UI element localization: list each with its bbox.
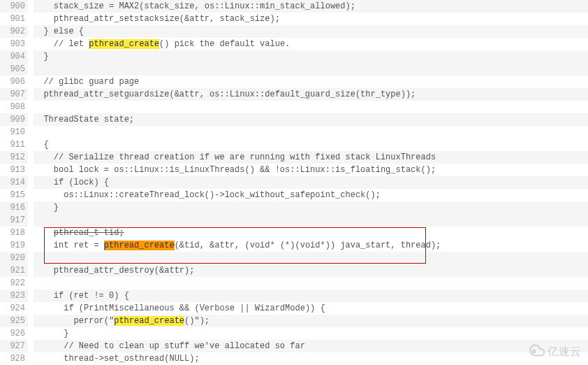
line-number: 907 <box>0 88 28 101</box>
line-number: 919 <box>0 239 28 252</box>
code-line: bool lock = os::Linux::is_LinuxThreads()… <box>34 164 588 176</box>
code-line: ThreadState state; <box>34 113 588 126</box>
code-line: if (lock) { <box>34 176 588 189</box>
line-number: 923 <box>0 289 28 302</box>
line-number: 906 <box>0 76 28 88</box>
code-token: pthread_t tid; <box>54 228 124 238</box>
line-number: 920 <box>0 252 28 264</box>
line-number: 905 <box>0 63 28 76</box>
line-number: 904 <box>0 50 28 63</box>
line-number: 925 <box>0 315 28 327</box>
code-token: pthread_create <box>89 39 159 49</box>
code-line: } <box>34 50 588 63</box>
code-line: // Need to clean up stuff we've allocate… <box>34 340 588 352</box>
code-line <box>34 252 588 264</box>
code-line: pthread_attr_setstacksize(&attr, stack_s… <box>34 13 588 25</box>
code-line <box>34 214 588 227</box>
code-line: if (PrintMiscellaneous && (Verbose || Wi… <box>34 302 588 315</box>
code-line: int ret = pthread_create(&tid, &attr, (v… <box>34 239 588 252</box>
line-number: 918 <box>0 227 28 239</box>
code-line: // let pthread_create() pick the default… <box>34 38 588 50</box>
cloud-logo-icon <box>529 343 545 361</box>
code-line: os::Linux::createThread_lock()->lock_wit… <box>34 189 588 201</box>
code-line: thread->set_osthread(NULL); <box>34 352 588 365</box>
code-content: stack_size = MAX2(stack_size, os::Linux:… <box>34 0 588 365</box>
line-number: 924 <box>0 302 28 315</box>
line-number: 916 <box>0 201 28 214</box>
code-token: pthread_create <box>114 316 184 326</box>
watermark-text: 亿速云 <box>547 345 581 359</box>
line-number: 909 <box>0 113 28 126</box>
line-number: 915 <box>0 189 28 201</box>
line-number: 917 <box>0 214 28 227</box>
line-number: 908 <box>0 101 28 113</box>
code-line: { <box>34 138 588 151</box>
line-number: 914 <box>0 176 28 189</box>
code-line <box>34 101 588 113</box>
line-number: 926 <box>0 327 28 340</box>
code-line: perror("pthread_create()"); <box>34 315 588 327</box>
line-number: 913 <box>0 164 28 176</box>
line-number-gutter: 9009019029039049059069079089099109119129… <box>0 0 34 365</box>
line-number: 900 <box>0 0 28 13</box>
code-line: pthread_t tid; <box>34 227 588 239</box>
line-number: 921 <box>0 264 28 277</box>
code-line: } <box>34 327 588 340</box>
line-number: 902 <box>0 25 28 38</box>
line-number: 928 <box>0 352 28 365</box>
code-line: pthread_attr_destroy(&attr); <box>34 264 588 277</box>
line-number: 922 <box>0 277 28 289</box>
code-line: if (ret != 0) { <box>34 289 588 302</box>
code-line: // glibc guard page <box>34 76 588 88</box>
line-number: 901 <box>0 13 28 25</box>
code-line: pthread_attr_setguardsize(&attr, os::Lin… <box>34 88 588 101</box>
code-line: // Serialize thread creation if we are r… <box>34 151 588 164</box>
code-line <box>34 277 588 289</box>
line-number: 911 <box>0 138 28 151</box>
code-line <box>34 126 588 138</box>
watermark: 亿速云 <box>529 343 581 361</box>
line-number: 927 <box>0 340 28 352</box>
svg-point-0 <box>533 350 536 353</box>
code-line: } else { <box>34 25 588 38</box>
code-line <box>34 63 588 76</box>
code-block: 9009019029039049059069079089099109119129… <box>0 0 588 365</box>
line-number: 910 <box>0 126 28 138</box>
code-token: pthread_create <box>104 241 175 250</box>
code-line: } <box>34 201 588 214</box>
line-number: 903 <box>0 38 28 50</box>
line-number: 912 <box>0 151 28 164</box>
code-line: stack_size = MAX2(stack_size, os::Linux:… <box>34 0 588 13</box>
